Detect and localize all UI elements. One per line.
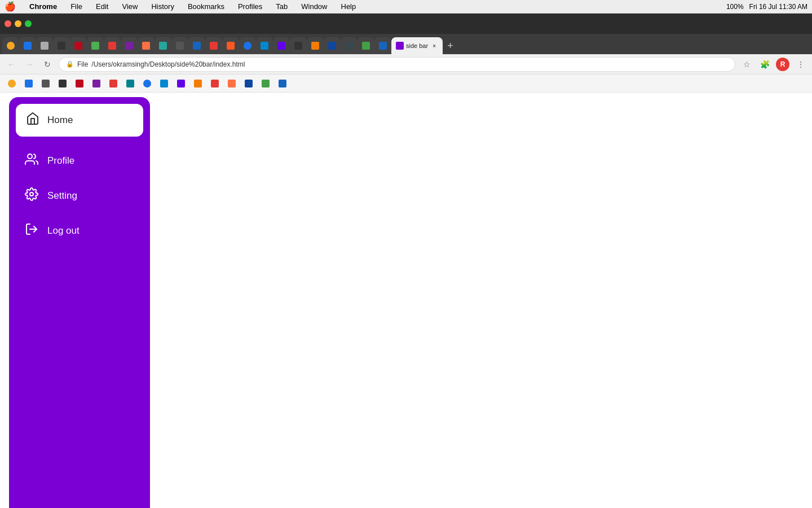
menu-history[interactable]: History: [149, 2, 176, 11]
bookmark-item[interactable]: [174, 78, 188, 89]
tab-item[interactable]: [273, 37, 290, 54]
menu-profiles[interactable]: Profiles: [236, 2, 264, 11]
tab-item[interactable]: [341, 37, 358, 54]
bookmark-favicon: [262, 80, 270, 87]
protocol-label: File: [77, 60, 88, 68]
close-tab-button[interactable]: ×: [430, 42, 438, 50]
bookmark-favicon: [92, 80, 100, 87]
svg-point-0: [28, 154, 32, 159]
tab-item[interactable]: [87, 37, 104, 54]
bookmark-item[interactable]: [72, 78, 87, 89]
bookmark-star-button[interactable]: ☆: [740, 58, 753, 71]
tab-item[interactable]: [307, 37, 324, 54]
address-input[interactable]: 🔒 File /Users/okramsingh/Desktop/side%20…: [59, 57, 735, 72]
home-icon: [26, 112, 39, 129]
tab-item[interactable]: [70, 37, 87, 54]
active-tab[interactable]: side bar ×: [391, 37, 443, 54]
menu-edit[interactable]: Edit: [94, 2, 111, 11]
menu-chrome[interactable]: Chrome: [27, 2, 59, 11]
bookmark-item[interactable]: [89, 78, 104, 89]
profile-avatar-button[interactable]: R: [776, 58, 789, 71]
sidebar-item-setting[interactable]: Setting: [16, 181, 143, 211]
back-button[interactable]: ←: [5, 58, 18, 71]
tab-item[interactable]: [2, 37, 19, 54]
tab-item[interactable]: [222, 37, 239, 54]
tab-favicon: [277, 42, 285, 50]
tab-item[interactable]: [239, 37, 256, 54]
bookmark-item[interactable]: [140, 78, 155, 89]
home-menu-item[interactable]: Home: [16, 104, 143, 137]
bookmark-item[interactable]: [191, 78, 205, 89]
tab-item[interactable]: [324, 37, 341, 54]
tab-favicon: [227, 42, 235, 50]
bookmark-item[interactable]: [55, 78, 70, 89]
menu-help[interactable]: Help: [339, 2, 359, 11]
menu-view[interactable]: View: [120, 2, 140, 11]
page-content: × Home: [0, 93, 812, 508]
tab-item[interactable]: [256, 37, 273, 54]
tab-item[interactable]: [205, 37, 222, 54]
menu-bookmarks[interactable]: Bookmarks: [186, 2, 227, 11]
bookmark-item[interactable]: [123, 78, 138, 89]
tab-item[interactable]: [36, 37, 53, 54]
svg-point-1: [30, 192, 33, 196]
chrome-menu-button[interactable]: ⋮: [794, 58, 807, 71]
tab-favicon: [244, 42, 251, 50]
tab-favicon: [261, 42, 268, 50]
tab-item[interactable]: [121, 37, 138, 54]
sidebar-item-profile[interactable]: Profile: [16, 146, 143, 176]
tab-favicon: [125, 42, 133, 50]
profile-label: Profile: [47, 155, 74, 167]
bookmark-favicon: [126, 80, 134, 87]
bookmark-item[interactable]: [106, 78, 121, 89]
tab-item[interactable]: [374, 37, 391, 54]
bookmark-favicon: [279, 80, 286, 87]
tab-item[interactable]: [171, 37, 188, 54]
apple-menu[interactable]: 🍎: [5, 1, 16, 12]
menu-tab[interactable]: Tab: [273, 2, 290, 11]
tab-item[interactable]: [104, 37, 121, 54]
bookmark-item[interactable]: [258, 78, 273, 89]
tab-item[interactable]: [138, 37, 155, 54]
new-tab-button[interactable]: +: [443, 37, 458, 54]
tab-favicon: [362, 42, 370, 50]
bookmark-item[interactable]: [275, 78, 290, 89]
close-sidebar-button[interactable]: ×: [126, 104, 142, 120]
tab-favicon: [294, 42, 302, 50]
logout-label: Log out: [47, 225, 80, 237]
tab-favicon: [328, 42, 336, 50]
bookmark-item[interactable]: [5, 78, 19, 89]
extension-puzzle-button[interactable]: 🧩: [758, 58, 771, 71]
bookmark-item[interactable]: [224, 78, 239, 89]
maximize-window-button[interactable]: [25, 20, 32, 27]
tab-favicon: [311, 42, 319, 50]
close-window-button[interactable]: [5, 20, 11, 27]
bookmark-item[interactable]: [157, 78, 171, 89]
reload-button[interactable]: ↻: [41, 58, 54, 71]
bookmark-item[interactable]: [38, 78, 53, 89]
menu-file[interactable]: File: [68, 2, 85, 11]
sidebar-item-logout[interactable]: Log out: [16, 216, 143, 246]
minimize-window-button[interactable]: [15, 20, 21, 27]
tabs-bar: side bar × +: [0, 34, 812, 54]
tab-item[interactable]: [188, 37, 205, 54]
tab-item[interactable]: [53, 37, 70, 54]
bookmark-item[interactable]: [208, 78, 222, 89]
sidebar: × Home: [9, 97, 150, 508]
forward-button[interactable]: →: [23, 58, 36, 71]
tab-item[interactable]: [290, 37, 307, 54]
bookmarks-bar: [0, 75, 812, 93]
tab-favicon: [58, 42, 65, 50]
tab-favicon: [142, 42, 150, 50]
tab-item[interactable]: [358, 37, 374, 54]
menu-window[interactable]: Window: [299, 2, 329, 11]
tab-favicon: [91, 42, 99, 50]
mac-menu-bar: 🍎 Chrome File Edit View History Bookmark…: [0, 0, 812, 14]
logout-icon: [25, 222, 38, 239]
tab-favicon: [176, 42, 184, 50]
tab-item[interactable]: [155, 37, 171, 54]
tab-item[interactable]: [19, 37, 36, 54]
bookmark-item[interactable]: [21, 78, 36, 89]
clock: Fri 16 Jul 11:30 AM: [749, 3, 807, 11]
bookmark-item[interactable]: [241, 78, 256, 89]
